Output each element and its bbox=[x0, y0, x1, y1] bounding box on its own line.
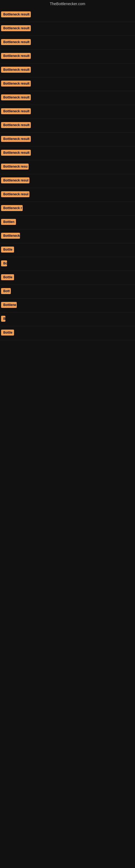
bottleneck-badge[interactable]: Bottleneck result bbox=[1, 67, 31, 73]
result-row: Bottleneck result bbox=[0, 119, 135, 133]
result-row: Bottleneck bbox=[0, 229, 135, 243]
bottleneck-badge[interactable]: Bottleneck result bbox=[1, 94, 31, 100]
result-row: B bbox=[0, 312, 135, 326]
bottleneck-badge[interactable]: Bottleneck result bbox=[1, 25, 31, 31]
result-row: Bottleneck result bbox=[0, 22, 135, 36]
result-row: Bottle bbox=[0, 271, 135, 285]
result-row: Bottleneck result bbox=[0, 91, 135, 105]
result-row: Bottlene bbox=[0, 299, 135, 312]
result-row: Bottle bbox=[0, 326, 135, 340]
bottleneck-badge[interactable]: Bottleneck resul bbox=[1, 177, 30, 183]
results-container: Bottleneck resultBottleneck resultBottle… bbox=[0, 8, 135, 340]
bottleneck-badge[interactable]: Bottleneck result bbox=[1, 150, 31, 156]
result-row: Bottleneck result bbox=[0, 50, 135, 63]
result-row: Bo bbox=[0, 257, 135, 271]
result-row: Bottle bbox=[0, 243, 135, 257]
bottleneck-badge[interactable]: Bottlene bbox=[1, 302, 17, 308]
result-row: Bottlen bbox=[0, 216, 135, 229]
bottleneck-badge[interactable]: Bottle bbox=[1, 274, 14, 280]
result-row: Bottleneck r bbox=[0, 202, 135, 216]
bottleneck-badge[interactable]: Bottleneck resu bbox=[1, 163, 29, 169]
result-row: Bott bbox=[0, 285, 135, 299]
bottleneck-badge[interactable]: Bottle bbox=[1, 330, 14, 336]
result-row: Bottleneck result bbox=[0, 105, 135, 119]
result-row: Bottleneck result bbox=[0, 63, 135, 77]
bottleneck-badge[interactable]: Bottleneck result bbox=[1, 11, 31, 18]
bottleneck-badge[interactable]: Bottlen bbox=[1, 219, 16, 225]
site-title: TheBottlenecker.com bbox=[0, 0, 135, 8]
bottleneck-badge[interactable]: B bbox=[1, 316, 5, 322]
bottleneck-badge[interactable]: Bottleneck result bbox=[1, 53, 31, 59]
result-row: Bottleneck result bbox=[0, 147, 135, 160]
bottleneck-badge[interactable]: Bottleneck result bbox=[1, 122, 31, 128]
result-row: Bottleneck result bbox=[0, 8, 135, 22]
bottleneck-badge[interactable]: Bottleneck result bbox=[1, 39, 31, 45]
result-row: Bottleneck result bbox=[0, 133, 135, 147]
result-row: Bottleneck resu bbox=[0, 160, 135, 174]
bottleneck-badge[interactable]: Bott bbox=[1, 288, 11, 294]
result-row: Bottleneck result bbox=[0, 36, 135, 50]
bottleneck-badge[interactable]: Bo bbox=[1, 260, 7, 267]
bottleneck-badge[interactable]: Bottleneck bbox=[1, 233, 20, 239]
result-row: Bottleneck resul bbox=[0, 174, 135, 188]
result-row: Bottleneck resul bbox=[0, 188, 135, 202]
bottleneck-badge[interactable]: Bottleneck r bbox=[1, 205, 23, 211]
bottleneck-badge[interactable]: Bottleneck result bbox=[1, 108, 31, 114]
bottleneck-badge[interactable]: Bottle bbox=[1, 247, 14, 252]
result-row: Bottleneck result bbox=[0, 77, 135, 91]
bottleneck-badge[interactable]: Bottleneck result bbox=[1, 136, 31, 142]
bottleneck-badge[interactable]: Bottleneck result bbox=[1, 81, 31, 87]
bottleneck-badge[interactable]: Bottleneck resul bbox=[1, 191, 30, 197]
